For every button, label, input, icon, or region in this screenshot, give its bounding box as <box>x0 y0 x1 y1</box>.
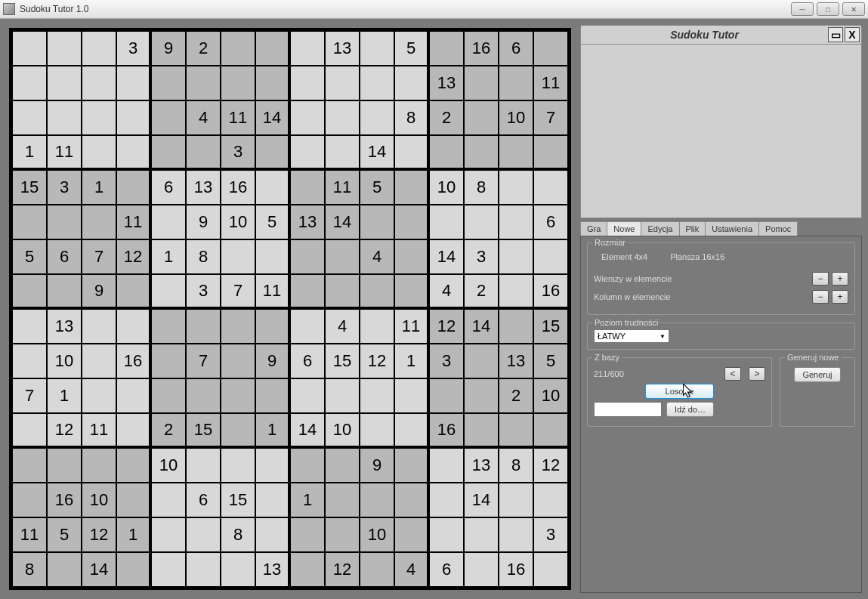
cell-5-13[interactable] <box>464 205 499 239</box>
panel-close-icon[interactable]: X <box>845 27 860 42</box>
cell-10-6[interactable] <box>221 378 255 413</box>
cell-3-4[interactable] <box>151 135 186 170</box>
cell-8-6[interactable] <box>221 309 255 344</box>
cell-1-9[interactable] <box>325 66 360 100</box>
cell-1-12[interactable]: 13 <box>429 66 464 100</box>
cell-11-2[interactable]: 11 <box>82 413 116 448</box>
tab-plik[interactable]: Plik <box>679 221 706 236</box>
cols-minus-button[interactable]: − <box>812 290 829 304</box>
tab-ustawienia[interactable]: Ustawienia <box>705 221 759 236</box>
cell-15-7[interactable]: 13 <box>255 552 290 587</box>
cell-6-6[interactable] <box>221 239 255 274</box>
cell-14-10[interactable]: 10 <box>360 517 394 552</box>
cell-7-10[interactable] <box>360 274 394 309</box>
cell-14-7[interactable] <box>255 517 290 552</box>
cell-7-5[interactable]: 3 <box>186 274 221 309</box>
cell-11-13[interactable] <box>464 413 499 448</box>
cell-5-1[interactable] <box>47 205 82 239</box>
cell-9-10[interactable]: 12 <box>360 344 394 378</box>
cell-6-5[interactable]: 8 <box>186 239 221 274</box>
cell-6-13[interactable]: 3 <box>464 239 499 274</box>
panel-minimize-icon[interactable]: ▭ <box>828 27 843 42</box>
cell-9-6[interactable] <box>221 344 255 378</box>
cell-14-6[interactable]: 8 <box>221 517 255 552</box>
cell-0-13[interactable]: 16 <box>464 31 499 66</box>
cell-1-8[interactable] <box>290 66 325 100</box>
cell-2-5[interactable]: 4 <box>186 100 221 135</box>
random-button[interactable]: Losowe <box>645 384 715 399</box>
cell-5-7[interactable]: 5 <box>255 205 290 239</box>
cell-9-8[interactable]: 6 <box>290 344 325 378</box>
cell-12-13[interactable]: 13 <box>464 448 499 483</box>
cell-9-2[interactable] <box>82 344 116 378</box>
cell-8-7[interactable] <box>255 309 290 344</box>
rows-plus-button[interactable]: + <box>832 272 848 286</box>
cell-15-9[interactable]: 12 <box>325 552 360 587</box>
cell-2-10[interactable] <box>360 100 394 135</box>
cell-15-6[interactable] <box>221 552 255 587</box>
goto-input[interactable] <box>594 402 662 417</box>
cell-14-15[interactable]: 3 <box>533 517 568 552</box>
cell-10-0[interactable]: 7 <box>12 378 47 413</box>
cell-12-1[interactable] <box>47 448 82 483</box>
cell-12-11[interactable] <box>394 448 429 483</box>
cell-9-14[interactable]: 13 <box>499 344 533 378</box>
cell-2-0[interactable] <box>12 100 47 135</box>
cell-11-0[interactable] <box>12 413 47 448</box>
cell-15-2[interactable]: 14 <box>82 552 116 587</box>
cell-11-8[interactable]: 14 <box>290 413 325 448</box>
cell-11-5[interactable]: 15 <box>186 413 221 448</box>
cell-4-14[interactable] <box>499 170 533 205</box>
cell-8-1[interactable]: 13 <box>47 309 82 344</box>
cell-10-10[interactable] <box>360 378 394 413</box>
cell-3-13[interactable] <box>464 135 499 170</box>
cell-7-4[interactable] <box>151 274 186 309</box>
cell-10-9[interactable] <box>325 378 360 413</box>
cell-13-4[interactable] <box>151 483 186 517</box>
cell-14-13[interactable] <box>464 517 499 552</box>
cell-7-9[interactable] <box>325 274 360 309</box>
cell-2-2[interactable] <box>82 100 116 135</box>
cell-13-15[interactable] <box>533 483 568 517</box>
cell-12-7[interactable] <box>255 448 290 483</box>
cell-9-1[interactable]: 10 <box>47 344 82 378</box>
cell-11-1[interactable]: 12 <box>47 413 82 448</box>
rows-minus-button[interactable]: − <box>812 272 829 286</box>
cell-15-4[interactable] <box>151 552 186 587</box>
cell-1-2[interactable] <box>82 66 116 100</box>
cell-14-8[interactable] <box>290 517 325 552</box>
cell-10-12[interactable] <box>429 378 464 413</box>
cell-7-3[interactable] <box>116 274 151 309</box>
generate-button[interactable]: Generuj <box>794 367 840 382</box>
cell-4-7[interactable] <box>255 170 290 205</box>
cell-4-11[interactable] <box>394 170 429 205</box>
cell-0-5[interactable]: 2 <box>186 31 221 66</box>
cell-5-5[interactable]: 9 <box>186 205 221 239</box>
tab-edycja[interactable]: Edycja <box>641 221 679 236</box>
cell-5-0[interactable] <box>12 205 47 239</box>
cell-4-0[interactable]: 15 <box>12 170 47 205</box>
cell-13-5[interactable]: 6 <box>186 483 221 517</box>
cell-7-14[interactable] <box>499 274 533 309</box>
cell-13-8[interactable]: 1 <box>290 483 325 517</box>
cell-11-12[interactable]: 16 <box>429 413 464 448</box>
cell-13-13[interactable]: 14 <box>464 483 499 517</box>
cell-4-3[interactable] <box>116 170 151 205</box>
minimize-button[interactable]: ─ <box>791 2 814 16</box>
cell-14-0[interactable]: 11 <box>12 517 47 552</box>
cell-0-4[interactable]: 9 <box>151 31 186 66</box>
cell-14-2[interactable]: 12 <box>82 517 116 552</box>
cell-8-2[interactable] <box>82 309 116 344</box>
cell-6-0[interactable]: 5 <box>12 239 47 274</box>
maximize-button[interactable]: □ <box>817 2 839 16</box>
cell-4-6[interactable]: 16 <box>221 170 255 205</box>
cell-8-4[interactable] <box>151 309 186 344</box>
cell-11-9[interactable]: 10 <box>325 413 360 448</box>
cell-11-7[interactable]: 1 <box>255 413 290 448</box>
cell-4-1[interactable]: 3 <box>47 170 82 205</box>
cell-11-4[interactable]: 2 <box>151 413 186 448</box>
cell-14-1[interactable]: 5 <box>47 517 82 552</box>
cell-10-1[interactable]: 1 <box>47 378 82 413</box>
cell-15-8[interactable] <box>290 552 325 587</box>
cell-7-6[interactable]: 7 <box>221 274 255 309</box>
